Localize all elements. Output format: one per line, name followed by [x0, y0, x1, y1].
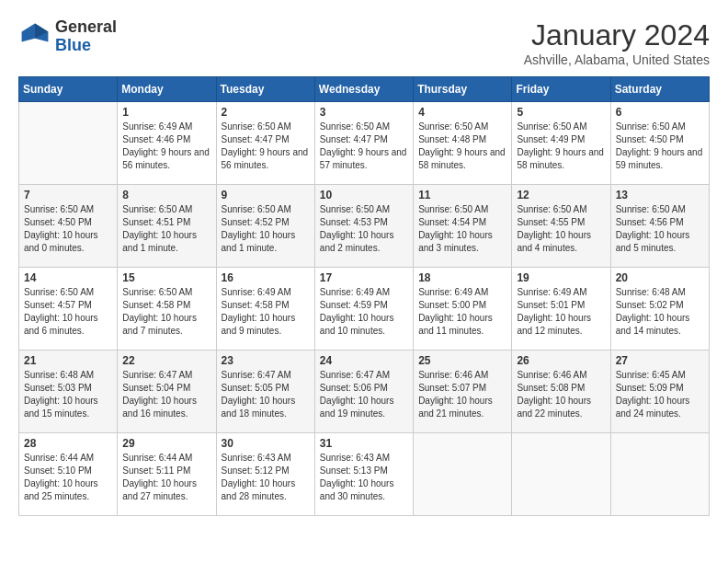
location-subtitle: Ashville, Alabama, United States	[524, 52, 710, 67]
day-info: Sunrise: 6:44 AMSunset: 5:10 PMDaylight:…	[24, 452, 112, 503]
calendar-cell: 18Sunrise: 6:49 AMSunset: 5:00 PMDayligh…	[414, 268, 512, 350]
page-header: General Blue January 2024 Ashville, Alab…	[18, 18, 710, 67]
logo-text: General Blue	[55, 18, 117, 55]
header-day-friday: Friday	[512, 77, 610, 102]
day-number: 1	[122, 106, 210, 119]
day-number: 9	[222, 189, 310, 201]
calendar-cell: 13Sunrise: 6:50 AMSunset: 4:56 PMDayligh…	[610, 185, 709, 268]
day-info: Sunrise: 6:44 AMSunset: 5:11 PMDaylight:…	[122, 452, 210, 503]
day-info: Sunrise: 6:46 AMSunset: 5:08 PMDaylight:…	[517, 369, 605, 420]
day-number: 11	[418, 189, 506, 201]
calendar-cell	[19, 102, 118, 185]
day-info: Sunrise: 6:50 AMSunset: 4:50 PMDaylight:…	[616, 121, 704, 172]
calendar-cell: 25Sunrise: 6:46 AMSunset: 5:07 PMDayligh…	[414, 350, 512, 433]
header-day-tuesday: Tuesday	[216, 77, 314, 102]
day-number: 15	[122, 271, 210, 284]
day-info: Sunrise: 6:43 AMSunset: 5:12 PMDaylight:…	[222, 452, 310, 503]
day-number: 12	[517, 189, 605, 201]
calendar-cell: 19Sunrise: 6:49 AMSunset: 5:01 PMDayligh…	[512, 268, 610, 350]
day-info: Sunrise: 6:50 AMSunset: 4:56 PMDaylight:…	[616, 203, 704, 255]
day-info: Sunrise: 6:49 AMSunset: 5:01 PMDaylight:…	[517, 286, 605, 338]
calendar-cell: 27Sunrise: 6:45 AMSunset: 5:09 PMDayligh…	[610, 350, 709, 433]
calendar-week-row: 14Sunrise: 6:50 AMSunset: 4:57 PMDayligh…	[19, 268, 710, 350]
day-number: 25	[418, 354, 506, 367]
day-number: 7	[24, 189, 112, 201]
day-info: Sunrise: 6:50 AMSunset: 4:47 PMDaylight:…	[222, 121, 310, 172]
calendar-cell: 12Sunrise: 6:50 AMSunset: 4:55 PMDayligh…	[512, 185, 610, 268]
day-info: Sunrise: 6:49 AMSunset: 5:00 PMDaylight:…	[418, 286, 506, 338]
calendar-cell: 3Sunrise: 6:50 AMSunset: 4:47 PMDaylight…	[314, 102, 413, 185]
day-info: Sunrise: 6:50 AMSunset: 4:53 PMDaylight:…	[320, 203, 408, 255]
day-info: Sunrise: 6:43 AMSunset: 5:13 PMDaylight:…	[320, 452, 408, 503]
calendar-cell: 30Sunrise: 6:43 AMSunset: 5:12 PMDayligh…	[216, 433, 314, 516]
calendar-week-row: 21Sunrise: 6:48 AMSunset: 5:03 PMDayligh…	[19, 350, 710, 433]
calendar-cell: 9Sunrise: 6:50 AMSunset: 4:52 PMDaylight…	[216, 185, 314, 268]
calendar-cell: 23Sunrise: 6:47 AMSunset: 5:05 PMDayligh…	[216, 350, 314, 433]
calendar-header-row: SundayMondayTuesdayWednesdayThursdayFrid…	[19, 77, 710, 102]
calendar-cell	[512, 433, 610, 516]
day-number: 26	[517, 354, 605, 367]
day-info: Sunrise: 6:50 AMSunset: 4:54 PMDaylight:…	[418, 203, 506, 255]
calendar-cell: 24Sunrise: 6:47 AMSunset: 5:06 PMDayligh…	[314, 350, 413, 433]
title-block: January 2024 Ashville, Alabama, United S…	[524, 18, 710, 67]
day-number: 23	[222, 354, 310, 367]
day-number: 4	[418, 106, 506, 119]
day-info: Sunrise: 6:49 AMSunset: 4:46 PMDaylight:…	[122, 121, 210, 172]
day-number: 31	[320, 437, 408, 450]
day-number: 21	[24, 354, 112, 367]
day-number: 17	[320, 271, 408, 284]
calendar-body: 1Sunrise: 6:49 AMSunset: 4:46 PMDaylight…	[19, 102, 710, 516]
day-number: 5	[517, 106, 605, 119]
day-info: Sunrise: 6:49 AMSunset: 4:58 PMDaylight:…	[222, 286, 310, 338]
day-number: 16	[222, 271, 310, 284]
day-number: 22	[122, 354, 210, 367]
calendar-cell: 6Sunrise: 6:50 AMSunset: 4:50 PMDaylight…	[610, 102, 709, 185]
day-info: Sunrise: 6:50 AMSunset: 4:50 PMDaylight:…	[24, 203, 112, 255]
day-info: Sunrise: 6:47 AMSunset: 5:05 PMDaylight:…	[222, 369, 310, 420]
day-info: Sunrise: 6:50 AMSunset: 4:58 PMDaylight:…	[122, 286, 210, 338]
day-number: 10	[320, 189, 408, 201]
calendar-cell: 20Sunrise: 6:48 AMSunset: 5:02 PMDayligh…	[610, 268, 709, 350]
day-number: 3	[320, 106, 408, 119]
calendar-cell: 28Sunrise: 6:44 AMSunset: 5:10 PMDayligh…	[19, 433, 118, 516]
day-number: 8	[122, 189, 210, 201]
day-number: 18	[418, 271, 506, 284]
calendar-cell: 17Sunrise: 6:49 AMSunset: 4:59 PMDayligh…	[314, 268, 413, 350]
day-number: 2	[222, 106, 310, 119]
calendar-cell: 4Sunrise: 6:50 AMSunset: 4:48 PMDaylight…	[414, 102, 512, 185]
day-number: 6	[616, 106, 704, 119]
day-number: 28	[24, 437, 112, 450]
calendar-cell: 15Sunrise: 6:50 AMSunset: 4:58 PMDayligh…	[118, 268, 216, 350]
calendar-cell: 10Sunrise: 6:50 AMSunset: 4:53 PMDayligh…	[314, 185, 413, 268]
day-number: 29	[122, 437, 210, 450]
month-title: January 2024	[524, 18, 710, 52]
calendar-cell: 29Sunrise: 6:44 AMSunset: 5:11 PMDayligh…	[118, 433, 216, 516]
day-number: 27	[616, 354, 704, 367]
day-info: Sunrise: 6:50 AMSunset: 4:55 PMDaylight:…	[517, 203, 605, 255]
calendar-cell: 22Sunrise: 6:47 AMSunset: 5:04 PMDayligh…	[118, 350, 216, 433]
header-day-saturday: Saturday	[610, 77, 709, 102]
day-info: Sunrise: 6:45 AMSunset: 5:09 PMDaylight:…	[616, 369, 704, 420]
calendar-cell: 1Sunrise: 6:49 AMSunset: 4:46 PMDaylight…	[118, 102, 216, 185]
calendar-cell: 2Sunrise: 6:50 AMSunset: 4:47 PMDaylight…	[216, 102, 314, 185]
logo-general-text: General	[55, 18, 117, 37]
day-info: Sunrise: 6:50 AMSunset: 4:51 PMDaylight:…	[122, 203, 210, 255]
calendar-table: SundayMondayTuesdayWednesdayThursdayFrid…	[18, 76, 710, 516]
logo-icon	[18, 20, 51, 53]
logo: General Blue	[18, 18, 117, 55]
logo-blue-text: Blue	[55, 37, 117, 55]
calendar-cell	[610, 433, 709, 516]
day-number: 14	[24, 271, 112, 284]
calendar-cell: 14Sunrise: 6:50 AMSunset: 4:57 PMDayligh…	[19, 268, 118, 350]
calendar-week-row: 7Sunrise: 6:50 AMSunset: 4:50 PMDaylight…	[19, 185, 710, 268]
calendar-week-row: 1Sunrise: 6:49 AMSunset: 4:46 PMDaylight…	[19, 102, 710, 185]
header-day-sunday: Sunday	[19, 77, 118, 102]
day-info: Sunrise: 6:50 AMSunset: 4:47 PMDaylight:…	[320, 121, 408, 172]
day-info: Sunrise: 6:48 AMSunset: 5:03 PMDaylight:…	[24, 369, 112, 420]
calendar-week-row: 28Sunrise: 6:44 AMSunset: 5:10 PMDayligh…	[19, 433, 710, 516]
day-info: Sunrise: 6:48 AMSunset: 5:02 PMDaylight:…	[616, 286, 704, 338]
calendar-cell: 21Sunrise: 6:48 AMSunset: 5:03 PMDayligh…	[19, 350, 118, 433]
calendar-cell: 7Sunrise: 6:50 AMSunset: 4:50 PMDaylight…	[19, 185, 118, 268]
header-day-wednesday: Wednesday	[314, 77, 413, 102]
day-number: 19	[517, 271, 605, 284]
